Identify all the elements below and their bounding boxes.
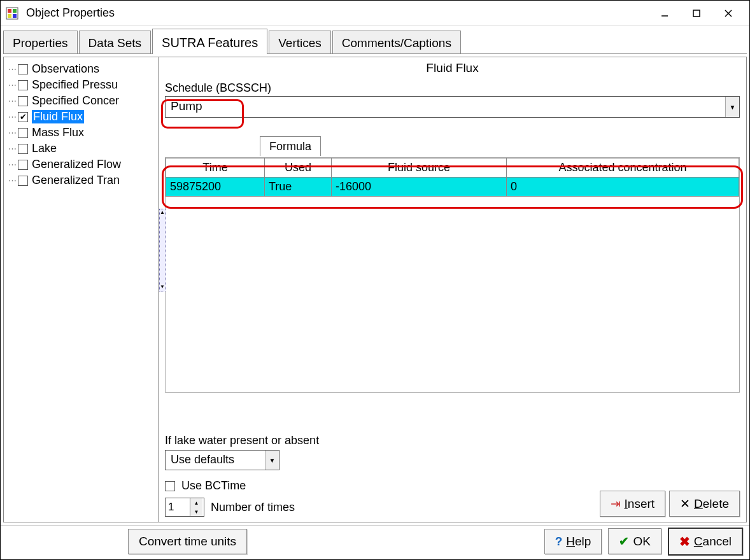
checkbox-icon[interactable] [18,176,28,186]
tree-item-lake[interactable]: ⋯ Lake [4,141,158,157]
tree-item-generalized-transport[interactable]: ⋯ Generalized Tran [4,172,158,188]
tab-sutra-features[interactable]: SUTRA Features [152,29,267,54]
checkbox-icon[interactable] [18,160,28,170]
ok-button[interactable]: ✔ OK [608,528,661,554]
number-of-times-input[interactable] [166,498,190,516]
tree-branch-icon: ⋯ [6,80,18,90]
checkbox-icon[interactable] [18,128,28,138]
cell-time[interactable]: 59875200 [166,178,265,197]
tree-branch-icon: ⋯ [6,160,18,169]
bottom-bar: Convert time units ? Help ✔ OK ✖ Cancel [1,525,749,557]
tree-label: Specified Concer [32,94,119,108]
tab-vertices[interactable]: Vertices [269,31,331,54]
help-button[interactable]: ? Help [544,529,602,554]
panel-title: Fluid Flux [165,61,740,75]
number-of-times-label: Number of times [211,501,295,514]
cell-fluid-source[interactable]: -16000 [332,178,507,197]
tree-branch-icon: ⋯ [6,96,18,106]
svg-rect-1 [8,9,11,13]
checkbox-icon[interactable] [18,64,28,74]
feature-tree: ⋯ Observations ⋯ Specified Pressu ⋯ Spec… [3,57,159,522]
tab-properties[interactable]: Properties [3,31,78,54]
lake-value: Use defaults [166,451,265,470]
spin-up-icon[interactable]: ▲ [190,498,202,507]
app-icon [6,7,18,20]
svg-rect-4 [13,14,17,18]
tree-item-mass-flux[interactable]: ⋯ Mass Flux [4,125,158,141]
dropdown-icon[interactable]: ▼ [265,451,279,470]
table-header-row: Time Used Fluid source Associated concen… [166,158,739,178]
cell-associated-concentration[interactable]: 0 [507,178,739,197]
tree-item-specified-pressure[interactable]: ⋯ Specified Pressu [4,77,158,93]
tab-data-sets[interactable]: Data Sets [79,31,151,54]
check-icon: ✔ [619,534,629,549]
schedule-label: Schedule (BCSSCH) [165,81,740,95]
svg-rect-3 [8,14,11,18]
cell-used[interactable]: True [265,178,332,197]
checkbox-icon[interactable] [18,96,28,106]
table-row[interactable]: 59875200 True -16000 0 [166,178,739,197]
use-bctime-label: Use BCTime [181,479,246,493]
formula-area: Formula Time Used Fluid source Associate… [165,157,740,393]
tree-item-observations[interactable]: ⋯ Observations [4,61,158,77]
svg-rect-2 [13,9,17,13]
titlebar: Object Properties [1,1,749,26]
convert-time-units-button[interactable]: Convert time units [128,529,247,554]
tree-label: Generalized Flow [32,158,121,171]
tree-branch-icon: ⋯ [6,144,18,153]
scroll-down-icon[interactable]: ▼ [160,284,165,290]
col-time[interactable]: Time [166,158,265,178]
fluid-flux-panel: Fluid Flux Schedule (BCSSCH) Pump ▼ Form… [159,57,747,522]
lake-label: If lake water present or absent [165,434,740,447]
tab-comments-captions[interactable]: Comments/Captions [332,31,461,54]
cancel-icon: ✖ [679,534,690,549]
checkbox-icon[interactable] [18,144,28,154]
schedule-value: Pump [166,97,725,117]
tree-label: Observations [32,62,99,76]
tabs: Properties Data Sets SUTRA Features Vert… [1,26,749,54]
col-associated-concentration[interactable]: Associated concentration [507,158,739,178]
delete-icon: ✕ [680,496,690,511]
insert-icon: ⇥ [611,496,621,511]
maximize-button[interactable] [681,2,712,25]
tree-item-fluid-flux[interactable]: ⋯ ✔ Fluid Flux [4,109,158,125]
tree-label: Lake [32,142,57,155]
tree-label: Fluid Flux [32,110,84,123]
tree-item-generalized-flow[interactable]: ⋯ Generalized Flow [4,157,158,172]
help-icon: ? [555,535,563,549]
svg-rect-6 [693,10,700,17]
tree-branch-icon: ⋯ [6,176,18,185]
number-of-times-spinner[interactable]: ▲ ▼ [165,498,204,517]
delete-button[interactable]: ✕ Delete [669,491,740,517]
cancel-button[interactable]: ✖ Cancel [668,528,743,556]
dropdown-icon[interactable]: ▼ [725,97,739,117]
tree-item-specified-concentration[interactable]: ⋯ Specified Concer [4,93,158,109]
close-button[interactable] [712,2,744,25]
use-bctime-checkbox[interactable] [165,481,175,491]
tree-label: Mass Flux [32,126,84,139]
ok-label: OK [633,535,650,549]
window-title: Object Properties [26,6,115,20]
tree-branch-icon: ⋯ [6,112,18,122]
schedule-combo[interactable]: Pump ▼ [165,96,740,118]
col-used[interactable]: Used [265,158,332,178]
tree-label: Specified Pressu [32,78,118,92]
minimize-button[interactable] [649,2,681,25]
tree-label: Generalized Tran [32,174,120,187]
checkbox-icon[interactable]: ✔ [18,112,28,122]
schedule-table: Time Used Fluid source Associated concen… [166,158,739,197]
spin-down-icon[interactable]: ▼ [190,507,202,516]
tree-branch-icon: ⋯ [6,128,18,137]
col-fluid-source[interactable]: Fluid source [332,158,507,178]
checkbox-icon[interactable] [18,80,28,90]
lake-combo[interactable]: Use defaults ▼ [165,450,279,470]
insert-button[interactable]: ⇥ Insert [600,491,666,517]
tree-branch-icon: ⋯ [6,64,18,74]
tab-formula[interactable]: Formula [260,136,321,156]
scrollbar[interactable]: ▲ ▼ [159,209,166,291]
scroll-up-icon[interactable]: ▲ [160,209,165,215]
